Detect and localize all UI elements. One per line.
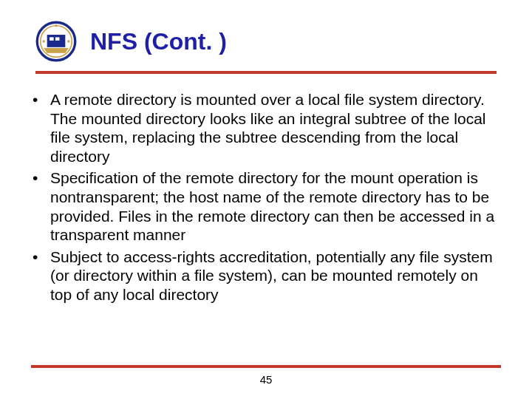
svg-rect-3 [50,37,54,40]
bullet-text: A remote directory is mounted over a loc… [50,91,486,165]
title-row: NFS (Cont. ) [35,21,497,62]
svg-marker-5 [44,48,69,53]
list-item: A remote directory is mounted over a loc… [31,90,501,166]
footer-divider [31,365,501,368]
slide-body: A remote directory is mounted over a loc… [0,74,532,304]
bullet-list: A remote directory is mounted over a loc… [31,90,501,304]
header-divider [35,71,497,74]
svg-rect-2 [47,35,66,47]
page-number: 45 [0,373,532,386]
list-item: Subject to access-rights accreditation, … [31,248,501,304]
svg-rect-4 [55,37,60,40]
list-item: Specification of the remote directory fo… [31,168,501,244]
svg-point-8 [55,24,57,27]
bullet-text: Subject to access-rights accreditation, … [50,248,493,303]
slide-title: NFS (Cont. ) [90,28,227,55]
svg-point-7 [67,40,69,42]
slide-header: NFS (Cont. ) [0,0,532,74]
bullet-text: Specification of the remote directory fo… [50,169,494,243]
institution-logo-icon [35,21,77,62]
slide: NFS (Cont. ) A remote directory is mount… [0,0,532,399]
svg-point-6 [43,40,45,42]
